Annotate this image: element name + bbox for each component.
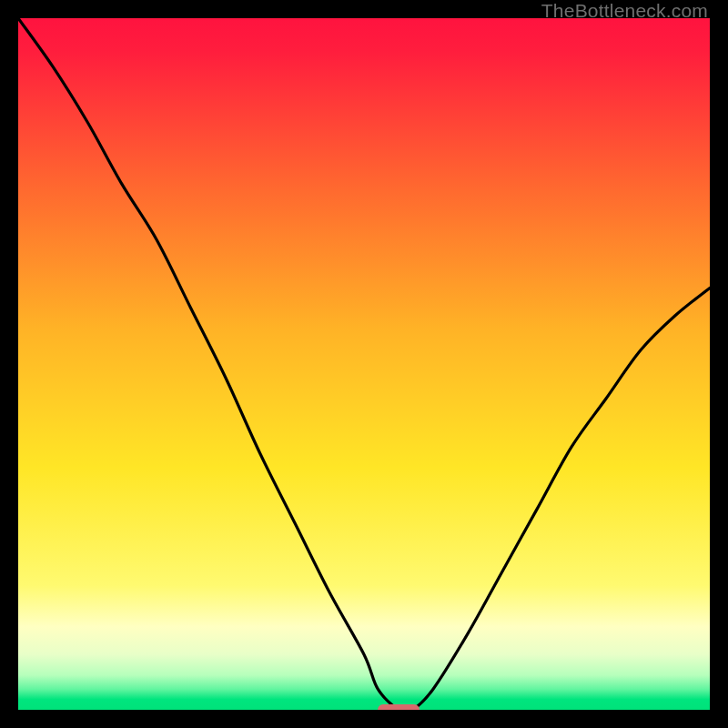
chart-frame: TheBottleneck.com	[0, 0, 728, 728]
optimal-range-marker	[378, 704, 420, 710]
plot-area	[18, 18, 710, 710]
bottleneck-curve	[18, 18, 710, 710]
watermark-text: TheBottleneck.com	[541, 0, 708, 22]
